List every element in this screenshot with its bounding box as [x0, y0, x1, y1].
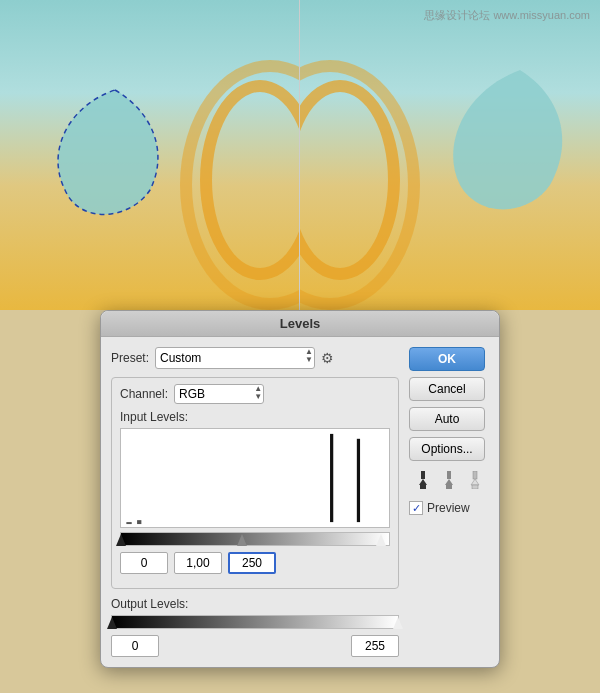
channel-row: Channel: RGB ▲ ▼ [120, 384, 390, 404]
preset-select[interactable]: Custom [155, 347, 315, 369]
svg-marker-12 [471, 479, 479, 485]
input-levels-label: Input Levels: [120, 410, 390, 424]
leaf-selection [50, 80, 180, 230]
output-black-field[interactable] [111, 635, 159, 657]
preset-label: Preset: [111, 351, 149, 365]
mid-thumb[interactable] [237, 534, 247, 546]
canvas-area: 思缘设计论坛 www.missyuan.com [0, 0, 600, 310]
ok-button[interactable]: OK [409, 347, 485, 371]
input-black-field[interactable] [120, 552, 168, 574]
svg-rect-7 [420, 485, 426, 489]
svg-rect-10 [446, 485, 452, 489]
preset-select-wrap: Custom ▲ ▼ [155, 347, 315, 369]
svg-rect-2 [357, 439, 360, 522]
input-levels-inputs [120, 552, 390, 574]
output-white-thumb[interactable] [393, 617, 403, 629]
dialog-titlebar: Levels [101, 311, 499, 337]
svg-rect-11 [473, 471, 477, 479]
output-levels-label: Output Levels: [111, 597, 399, 611]
leaf-result [440, 60, 570, 220]
input-white-field[interactable] [228, 552, 276, 574]
svg-rect-4 [137, 520, 141, 524]
svg-rect-5 [421, 471, 425, 479]
svg-marker-9 [445, 479, 453, 485]
channel-section: Channel: RGB ▲ ▼ Input Levels: [111, 377, 399, 589]
svg-rect-13 [472, 485, 478, 489]
preview-row: Preview [409, 501, 489, 515]
right-canvas-panel [300, 0, 600, 310]
channel-select-wrap: RGB ▲ ▼ [174, 384, 264, 404]
black-thumb[interactable] [116, 534, 126, 546]
input-slider-track[interactable] [120, 532, 390, 546]
input-slider-container [120, 532, 390, 546]
histogram [120, 428, 390, 528]
levels-dialog: Levels Preset: Custom ▲ ▼ ⚙ [100, 310, 500, 668]
output-section: Output Levels: [111, 597, 399, 657]
output-slider-track[interactable] [111, 615, 399, 629]
input-mid-field[interactable] [174, 552, 222, 574]
swirl-decoration-2 [180, 60, 300, 310]
preview-checkbox[interactable] [409, 501, 423, 515]
preview-label: Preview [427, 501, 470, 515]
dialog-buttons: OK Cancel Auto Options... [409, 347, 489, 657]
dialog-title: Levels [280, 316, 320, 331]
gray-eyedropper[interactable] [438, 469, 460, 491]
histogram-svg [121, 429, 389, 527]
svg-rect-3 [126, 522, 131, 524]
preset-row: Preset: Custom ▲ ▼ ⚙ [111, 347, 399, 369]
output-white-field[interactable] [351, 635, 399, 657]
dialog-controls: Preset: Custom ▲ ▼ ⚙ Channel: [111, 347, 399, 657]
svg-marker-6 [419, 479, 427, 485]
cancel-button[interactable]: Cancel [409, 377, 485, 401]
output-black-thumb[interactable] [107, 617, 117, 629]
output-slider-container [111, 615, 399, 629]
watermark: 思缘设计论坛 www.missyuan.com [424, 8, 590, 23]
output-inputs [111, 635, 399, 657]
svg-rect-1 [330, 434, 333, 522]
white-thumb[interactable] [376, 534, 386, 546]
settings-icon[interactable]: ⚙ [321, 350, 334, 366]
channel-select[interactable]: RGB [174, 384, 264, 404]
options-button[interactable]: Options... [409, 437, 485, 461]
white-eyedropper[interactable] [464, 469, 486, 491]
auto-button[interactable]: Auto [409, 407, 485, 431]
channel-label: Channel: [120, 387, 168, 401]
eyedropper-row [409, 469, 489, 491]
svg-rect-0 [121, 429, 389, 527]
dialog-body: Preset: Custom ▲ ▼ ⚙ Channel: [101, 337, 499, 667]
svg-rect-8 [447, 471, 451, 479]
swirl-right-2 [300, 60, 420, 310]
left-canvas-panel [0, 0, 300, 310]
black-eyedropper[interactable] [412, 469, 434, 491]
